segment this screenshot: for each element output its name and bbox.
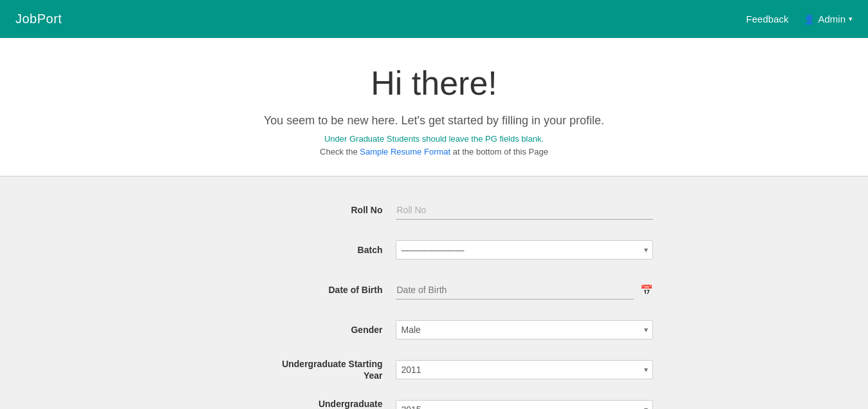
ug-end-label: UndergraduateCompletion Year [216,398,396,409]
roll-no-row: Roll No [216,196,653,224]
dob-input[interactable] [396,281,634,300]
chevron-down-icon: ▾ [849,15,853,23]
dob-date-wrap: 📅 [396,281,653,300]
batch-row: Batch ——————— 2011-2015 2012-2016 2013-2… [216,236,653,264]
hero-title: Hi there! [13,64,855,102]
navbar-right: Feedback 👤 Admin ▾ [746,14,853,24]
calendar-icon[interactable]: 📅 [640,284,653,296]
feedback-link[interactable]: Feedback [746,14,789,24]
gender-wrap: Male Female Other ▾ [396,320,653,339]
ug-end-select[interactable]: 2013 2014 2015 2016 2017 2018 2019 [396,400,653,409]
hero-subtitle: You seem to be new here. Let's get start… [13,114,855,128]
dob-wrap: 📅 [396,281,653,300]
roll-no-input[interactable] [396,201,653,220]
note2-part1: Check the [320,147,358,157]
gender-label: Gender [216,324,396,336]
ug-end-row: UndergraduateCompletion Year 2013 2014 2… [216,395,653,409]
batch-select[interactable]: ——————— 2011-2015 2012-2016 2013-2017 20… [396,240,653,260]
ug-start-select-wrap: 2009 2010 2011 2012 2013 2014 2015 ▾ [396,360,653,379]
batch-select-wrap: ——————— 2011-2015 2012-2016 2013-2017 20… [396,240,653,260]
navbar-brand: JobPort [15,12,62,26]
note2-part2: at the bottom of this Page [453,147,548,157]
dob-label: Date of Birth [216,284,396,296]
form-table: Roll No Batch ——————— 2011-2015 2012-201… [216,196,653,409]
roll-no-label: Roll No [216,204,396,216]
navbar: JobPort Feedback 👤 Admin ▾ [0,0,868,38]
gender-select[interactable]: Male Female Other [396,320,653,339]
hero-section: Hi there! You seem to be new here. Let's… [0,38,868,176]
ug-end-wrap: 2013 2014 2015 2016 2017 2018 2019 ▾ [396,400,653,409]
gender-select-wrap: Male Female Other ▾ [396,320,653,339]
ug-start-wrap: 2009 2010 2011 2012 2013 2014 2015 ▾ [396,360,653,379]
admin-label: Admin [818,14,845,24]
ug-start-label: Undergraduate StartingYear [216,358,396,381]
dob-row: Date of Birth 📅 [216,276,653,304]
batch-wrap: ——————— 2011-2015 2012-2016 2013-2017 20… [396,240,653,260]
note2-link[interactable]: Sample Resume Format [360,147,450,157]
ug-end-select-wrap: 2013 2014 2015 2016 2017 2018 2019 ▾ [396,400,653,409]
user-icon: 👤 [804,14,815,24]
ug-start-select[interactable]: 2009 2010 2011 2012 2013 2014 2015 [396,360,653,379]
batch-label: Batch [216,244,396,256]
profile-form-section: Roll No Batch ——————— 2011-2015 2012-201… [0,176,868,409]
gender-row: Gender Male Female Other ▾ [216,316,653,344]
hero-note2: Check the Sample Resume Format at the bo… [13,147,855,157]
admin-menu[interactable]: 👤 Admin ▾ [804,14,853,24]
hero-note1: Under Graduate Students should leave the… [13,134,855,144]
roll-no-wrap [396,201,653,220]
ug-start-row: Undergraduate StartingYear 2009 2010 201… [216,356,653,384]
